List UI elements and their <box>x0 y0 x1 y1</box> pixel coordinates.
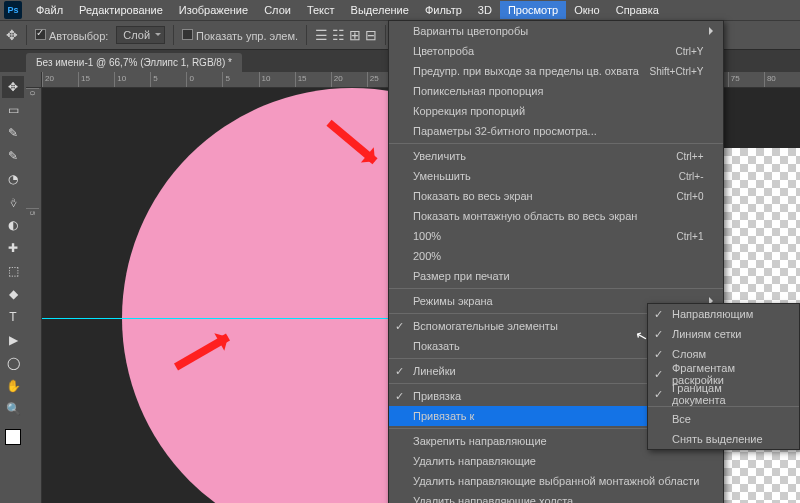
menu-редактирование[interactable]: Редактирование <box>71 1 171 19</box>
app-logo-icon: Ps <box>4 1 22 19</box>
menu-item[interactable]: УменьшитьCtrl+- <box>389 166 723 186</box>
ruler-vertical[interactable]: 05 <box>26 88 42 503</box>
menu-фильтр[interactable]: Фильтр <box>417 1 470 19</box>
submenu-item: ✓Фрагментам раскройки <box>648 364 799 384</box>
tool-14[interactable]: 🔍 <box>2 398 24 420</box>
ruler-origin[interactable] <box>26 72 42 88</box>
submenu-item[interactable]: Снять выделение <box>648 429 799 449</box>
menu-item[interactable]: Показать во весь экранCtrl+0 <box>389 186 723 206</box>
submenu-item: ✓Линиям сетки <box>648 324 799 344</box>
tool-7[interactable]: ✚ <box>2 237 24 259</box>
tool-3[interactable]: ✎ <box>2 145 24 167</box>
menu-item: Показать монтажную область во весь экран <box>389 206 723 226</box>
tool-2[interactable]: ✎ <box>2 122 24 144</box>
tool-5[interactable]: ⎀ <box>2 191 24 213</box>
submenu-item[interactable]: ✓Направляющим <box>648 304 799 324</box>
document-tab[interactable]: Без имени-1 @ 66,7% (Эллипс 1, RGB/8) * <box>26 53 242 72</box>
menu-item[interactable]: Попиксельная пропорция <box>389 81 723 101</box>
menu-item[interactable]: УвеличитьCtrl++ <box>389 146 723 166</box>
menu-файл[interactable]: Файл <box>28 1 71 19</box>
menu-справка[interactable]: Справка <box>608 1 667 19</box>
submenu-item[interactable]: ✓Границам документа <box>648 384 799 404</box>
submenu-item: Все <box>648 409 799 429</box>
menu-item[interactable]: Размер при печати <box>389 266 723 286</box>
tool-palette: ✥▭✎✎◔⎀◐✚⬚◆T▶◯✋🔍 <box>0 72 26 503</box>
tool-9[interactable]: ◆ <box>2 283 24 305</box>
menu-текст[interactable]: Текст <box>299 1 343 19</box>
move-tool-icon: ✥ <box>6 27 18 43</box>
menubar: Ps ФайлРедактированиеИзображениеСлоиТекс… <box>0 0 800 20</box>
tool-11[interactable]: ▶ <box>2 329 24 351</box>
menu-просмотр[interactable]: Просмотр <box>500 1 566 19</box>
menu-item[interactable]: Удалить направляющие <box>389 451 723 471</box>
menu-item: Коррекция пропорций <box>389 101 723 121</box>
tool-0[interactable]: ✥ <box>2 76 24 98</box>
show-controls-checkbox[interactable]: Показать упр. элем. <box>182 29 298 42</box>
menu-item[interactable]: Варианты цветопробы <box>389 21 723 41</box>
color-swatch[interactable] <box>5 429 21 445</box>
tool-6[interactable]: ◐ <box>2 214 24 236</box>
tool-1[interactable]: ▭ <box>2 99 24 121</box>
menu-item[interactable]: Предупр. при выходе за пределы цв. охват… <box>389 61 723 81</box>
tool-13[interactable]: ✋ <box>2 375 24 397</box>
menu-item[interactable]: 100%Ctrl+1 <box>389 226 723 246</box>
menu-выделение[interactable]: Выделение <box>343 1 417 19</box>
tool-12[interactable]: ◯ <box>2 352 24 374</box>
submenu-item[interactable]: ✓Слоям <box>648 344 799 364</box>
menu-окно[interactable]: Окно <box>566 1 608 19</box>
menu-3d[interactable]: 3D <box>470 1 500 19</box>
align-icons[interactable]: ☰ ☷ ⊞ ⊟ <box>315 27 377 43</box>
auto-select-dropdown[interactable]: Слой <box>116 26 165 44</box>
menu-item[interactable]: 200% <box>389 246 723 266</box>
menu-изображение[interactable]: Изображение <box>171 1 256 19</box>
auto-select-checkbox[interactable]: Автовыбор: <box>35 29 108 42</box>
tool-10[interactable]: T <box>2 306 24 328</box>
menu-item[interactable]: Удалить направляющие холста <box>389 491 723 503</box>
snap-to-submenu: ✓Направляющим✓Линиям сетки✓Слоям✓Фрагмен… <box>647 303 800 450</box>
menu-item: Удалить направляющие выбранной монтажной… <box>389 471 723 491</box>
tool-4[interactable]: ◔ <box>2 168 24 190</box>
menu-item[interactable]: ЦветопробаCtrl+Y <box>389 41 723 61</box>
tool-8[interactable]: ⬚ <box>2 260 24 282</box>
menu-item: Параметры 32-битного просмотра... <box>389 121 723 141</box>
menu-слои[interactable]: Слои <box>256 1 299 19</box>
